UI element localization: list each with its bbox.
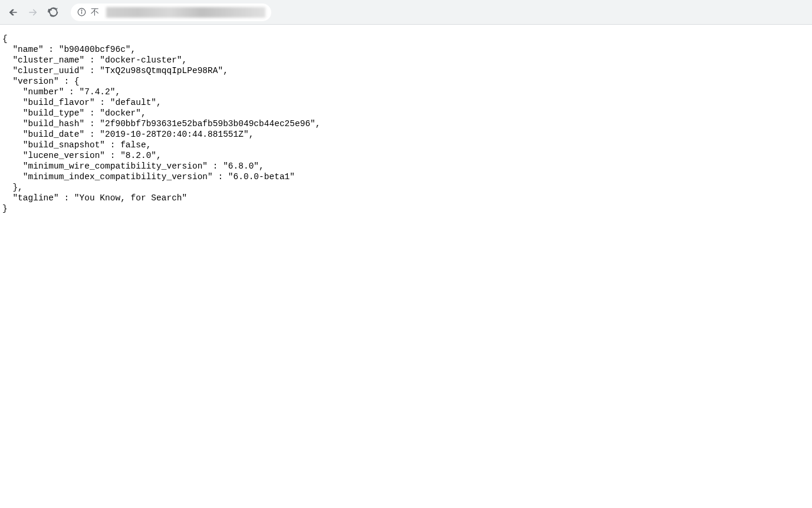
json-line: } <box>2 204 8 213</box>
json-line: "minimum_wire_compatibility_version" : "… <box>2 161 264 171</box>
json-line: "name" : "b90400bcf96c", <box>2 45 136 54</box>
json-line: "minimum_index_compatibility_version" : … <box>2 172 295 182</box>
json-line: { <box>2 34 8 44</box>
json-line: "number" : "7.4.2", <box>2 87 120 97</box>
forward-button[interactable] <box>25 4 41 21</box>
json-response: { "name" : "b90400bcf96c", "cluster_name… <box>2 34 810 214</box>
reload-button[interactable] <box>45 4 61 21</box>
json-line: "build_type" : "docker", <box>2 108 146 118</box>
info-icon <box>77 8 86 17</box>
json-line: "build_flavor" : "default", <box>2 98 162 107</box>
svg-point-4 <box>81 10 82 11</box>
address-bar[interactable]: 不 <box>71 4 271 21</box>
json-line: "build_date" : "2019-10-28T20:40:44.8815… <box>2 130 254 139</box>
json-line: "lucene_version" : "8.2.0", <box>2 151 162 160</box>
json-line: }, <box>2 183 23 192</box>
json-line: "build_hash" : "2f90bbf7b93631e52bafb59b… <box>2 119 321 128</box>
reload-icon <box>48 7 58 18</box>
arrow-left-icon <box>8 7 18 18</box>
json-line: "build_snapshot" : false, <box>2 140 151 150</box>
json-line: "tagline" : "You Know, for Search" <box>2 193 187 203</box>
json-line: "version" : { <box>2 77 80 86</box>
json-line: "cluster_uuid" : "TxQ2u98sQtmqqIpLPe98RA… <box>2 66 228 75</box>
page-content: { "name" : "b90400bcf96c", "cluster_name… <box>0 25 812 216</box>
arrow-right-icon <box>28 7 38 18</box>
address-security-label: 不 <box>91 7 99 18</box>
back-button[interactable] <box>5 4 21 21</box>
browser-toolbar: 不 <box>0 0 812 25</box>
address-url-blurred <box>106 7 265 18</box>
json-line: "cluster_name" : "docker-cluster", <box>2 55 187 65</box>
